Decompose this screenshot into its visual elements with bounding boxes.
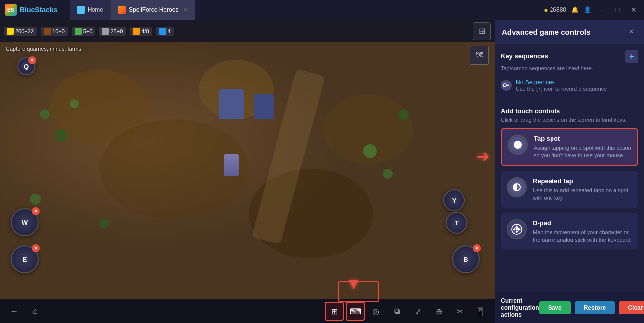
no-sequences-label: No Sequences	[516, 79, 607, 86]
title-bar-left: BS BlueStacks Home SpellForce Heroes ✕	[0, 0, 539, 20]
title-bar: BS BlueStacks Home SpellForce Heroes ✕ ●…	[0, 0, 644, 20]
action-buttons: Save Restore Clear	[539, 301, 644, 314]
svg-point-0	[503, 84, 506, 87]
tap-spot-title: Tap spot	[534, 135, 631, 142]
svg-marker-5	[515, 225, 518, 228]
bottom-toolbar: ← ⌂ ⊞ ⌨ ◎ ⧉ ⤢ ⊕ ✂ 📱	[0, 299, 495, 323]
main-content: 200+22 10+0 5+0 25+0 4/8 4	[0, 20, 644, 323]
tap-spot-desc: Assign tapping on a spot with this actio…	[534, 144, 631, 160]
notification-icon[interactable]: 🔔	[571, 6, 579, 13]
camera-btn[interactable]: ◎	[367, 302, 385, 321]
tab-game[interactable]: SpellForce Heroes ✕	[111, 0, 195, 20]
trim-btn[interactable]: ✂	[450, 302, 469, 321]
gold-icon	[7, 28, 14, 35]
location-btn[interactable]: ⊕	[429, 302, 448, 321]
res-stone: 25+0	[99, 27, 126, 36]
key-t-btn[interactable]: T	[446, 212, 467, 234]
panel-header: Advanced game controls ×	[495, 20, 644, 44]
panel-actions: Current configuration actions Save Resto…	[495, 292, 644, 323]
wood-icon	[44, 28, 51, 35]
account-icon[interactable]: 👤	[584, 6, 591, 13]
resize-btn[interactable]: ⤢	[408, 302, 427, 321]
pop-value: 4/8	[141, 28, 149, 34]
dpad-icon	[507, 219, 527, 239]
pop-icon	[133, 28, 140, 35]
svg-marker-8	[518, 228, 521, 231]
key-q-btn[interactable]: Q ✕	[17, 57, 35, 75]
app-logo: BS BlueStacks	[0, 0, 70, 20]
wood-value: 10+0	[52, 28, 65, 34]
tap-spot-dot	[514, 141, 522, 149]
res-wood: 10+0	[41, 27, 68, 36]
stone-icon	[102, 28, 109, 35]
add-touch-sub: Click or drag the actions on the screen …	[501, 117, 638, 123]
terrain-layer	[0, 20, 495, 323]
no-sequences-sub: Use the [+] icon to record a sequence	[516, 86, 607, 92]
bluestacks-logo-icon: BS	[5, 4, 17, 16]
repeated-tap-icon	[507, 177, 527, 197]
divider-1	[501, 101, 638, 101]
clear-button[interactable]: Clear	[619, 301, 644, 314]
no-sequences-text: No Sequences Use the [+] icon to record …	[516, 79, 607, 92]
b-remove-btn[interactable]: ✕	[473, 244, 481, 252]
stone-value: 25+0	[110, 28, 123, 34]
key-w-btn[interactable]: W ✕	[11, 208, 39, 236]
game-controls-btn[interactable]: ⊞	[325, 302, 344, 321]
e-remove-btn[interactable]: ✕	[32, 244, 40, 252]
unit-icon	[159, 28, 166, 35]
tab-home-label: Home	[88, 6, 103, 13]
res-pop: 4/8	[130, 27, 152, 36]
repeated-tap-card[interactable]: Repeated tap Use this to add repeated ta…	[501, 171, 638, 208]
maximize-btn[interactable]: □	[612, 4, 623, 15]
unit-value: 4	[168, 28, 171, 34]
key-sequences-header: Key sequences +	[501, 50, 638, 63]
w-remove-btn[interactable]: ✕	[32, 207, 40, 215]
repeated-tap-dot	[513, 183, 521, 191]
res-food: 5+0	[72, 27, 95, 36]
svg-marker-7	[513, 228, 515, 231]
repeated-tap-text: Repeated tap Use this to add repeated ta…	[533, 177, 632, 202]
device-btn[interactable]: 📱	[471, 302, 490, 321]
keyboard-btn[interactable]: ⌨	[346, 302, 365, 321]
window-close-btn[interactable]: ✕	[628, 4, 639, 15]
map-icon[interactable]: 🗺	[470, 46, 489, 65]
res-unit: 4	[156, 27, 174, 36]
arrow-down-indicator: ▼	[346, 275, 362, 293]
minimize-btn[interactable]: ─	[596, 4, 607, 15]
restore-button[interactable]: Restore	[575, 301, 615, 314]
repeated-tap-title: Repeated tap	[533, 177, 632, 185]
game-top-bar: 200+22 10+0 5+0 25+0 4/8 4	[0, 20, 495, 42]
side-panel: Advanced game controls × Key sequences +…	[495, 20, 644, 323]
minimap-btn[interactable]: ⊞	[473, 22, 491, 40]
tab-game-label: SpellForce Heroes	[129, 6, 178, 13]
key-sequences-sub: Tap/combo sequences are listed here.	[501, 65, 638, 71]
tap-spot-card[interactable]: Tap spot Assign tapping on a spot with t…	[501, 128, 638, 166]
dpad-title: D-pad	[533, 219, 632, 227]
dpad-card[interactable]: D-pad Map the movement of your character…	[501, 213, 638, 250]
dpad-desc: Map the movement of your character or th…	[533, 229, 632, 244]
key-e-btn[interactable]: E ✕	[11, 245, 39, 273]
tap-spot-icon	[508, 135, 528, 155]
panel-close-btn[interactable]: ×	[625, 26, 637, 38]
save-button[interactable]: Save	[539, 301, 571, 314]
panel-title: Advanced game controls	[502, 28, 590, 36]
food-value: 5+0	[83, 28, 92, 34]
coin-icon: ●	[544, 6, 548, 14]
game-tab-icon	[118, 6, 126, 14]
coin-display: ● 26880	[544, 6, 566, 14]
screenshot-btn[interactable]: ⧉	[387, 302, 406, 321]
key-b-btn[interactable]: B ✕	[452, 245, 480, 273]
game-area[interactable]: 200+22 10+0 5+0 25+0 4/8 4	[0, 20, 495, 323]
q-remove-btn[interactable]: ✕	[28, 56, 36, 64]
panel-body: Key sequences + Tap/combo sequences are …	[495, 44, 644, 292]
home-btn[interactable]: ⌂	[26, 302, 45, 321]
key-y-btn[interactable]: Y	[443, 189, 465, 211]
tab-close-btn[interactable]: ✕	[183, 6, 188, 13]
svg-point-9	[516, 228, 518, 230]
back-btn[interactable]: ←	[5, 302, 24, 321]
arrow-right-indicator: ➜	[476, 147, 490, 165]
home-tab-icon	[77, 6, 85, 14]
title-bar-right: ● 26880 🔔 👤 ─ □ ✕	[539, 4, 644, 15]
add-sequence-btn[interactable]: +	[625, 50, 638, 63]
tab-home[interactable]: Home	[70, 0, 111, 20]
